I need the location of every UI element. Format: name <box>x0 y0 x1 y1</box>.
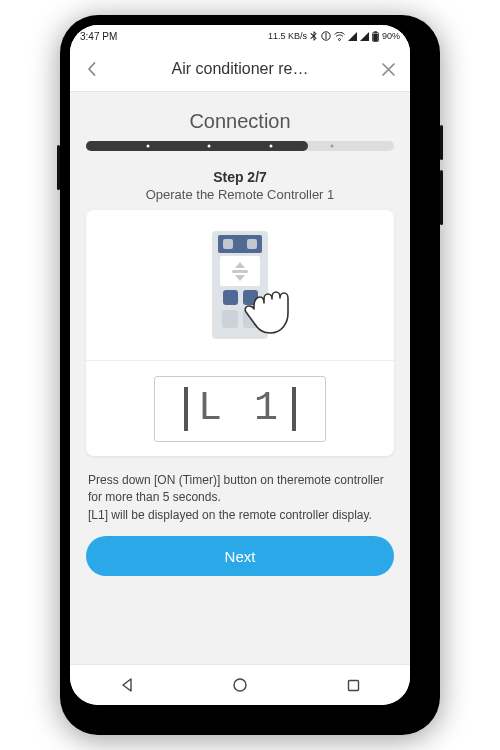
signal-icon <box>348 32 357 41</box>
app-bar-title: Air conditioner re… <box>106 60 374 78</box>
close-button[interactable] <box>374 55 402 83</box>
wifi-icon <box>334 32 345 41</box>
status-battery: 90% <box>382 31 400 41</box>
svg-rect-3 <box>373 33 378 41</box>
step-header: Step 2/7 Operate the Remote Controller 1 <box>70 169 410 202</box>
svg-rect-5 <box>349 680 359 690</box>
android-home-button[interactable] <box>232 677 248 693</box>
phone-frame: 3:47 PM 11.5 KB/s 90% Air conditioner re… <box>60 15 440 735</box>
battery-icon <box>372 31 379 42</box>
lcd-bar-icon <box>184 387 188 431</box>
lcd-illustration: L 1 <box>86 361 394 456</box>
progress-fill <box>86 141 308 151</box>
progress-bar <box>70 141 410 151</box>
back-button[interactable] <box>78 55 106 83</box>
status-bar: 3:47 PM 11.5 KB/s 90% <box>70 25 410 47</box>
status-time: 3:47 PM <box>80 31 117 42</box>
next-button[interactable]: Next <box>86 536 394 576</box>
lcd-code: L 1 <box>198 389 282 429</box>
remote-illustration <box>86 210 394 361</box>
square-recent-icon <box>346 678 361 693</box>
instructions-line: Press down [ON (Timer)] button on therem… <box>88 473 384 504</box>
phone-side-button <box>440 125 443 160</box>
illustration-card: L 1 <box>86 210 394 456</box>
android-recent-button[interactable] <box>346 678 361 693</box>
instructions-line: [L1] will be displayed on the remote con… <box>88 508 372 522</box>
step-label: Step 2/7 <box>70 169 410 185</box>
phone-side-button <box>440 170 443 225</box>
close-icon <box>381 62 396 77</box>
status-speed: 11.5 KB/s <box>268 31 307 41</box>
android-back-button[interactable] <box>119 677 135 693</box>
app-bar: Air conditioner re… <box>70 47 410 92</box>
step-subtitle: Operate the Remote Controller 1 <box>70 187 410 202</box>
nfc-icon <box>321 31 331 41</box>
signal-icon <box>360 32 369 41</box>
instructions: Press down [ON (Timer)] button on therem… <box>70 456 410 532</box>
android-nav-bar <box>70 664 410 705</box>
hand-pointer-icon <box>242 285 302 340</box>
circle-home-icon <box>232 677 248 693</box>
section-title: Connection <box>70 110 410 133</box>
svg-point-4 <box>234 679 246 691</box>
content: Connection Step 2/7 Operate the Remote C… <box>70 92 410 664</box>
next-button-label: Next <box>225 548 256 565</box>
status-right: 11.5 KB/s 90% <box>268 31 400 42</box>
bluetooth-icon <box>310 31 318 41</box>
svg-rect-2 <box>374 31 377 32</box>
lcd-bar-icon <box>292 387 296 431</box>
phone-side-button <box>57 145 60 190</box>
chevron-left-icon <box>84 61 100 77</box>
phone-screen: 3:47 PM 11.5 KB/s 90% Air conditioner re… <box>70 25 410 705</box>
triangle-back-icon <box>119 677 135 693</box>
